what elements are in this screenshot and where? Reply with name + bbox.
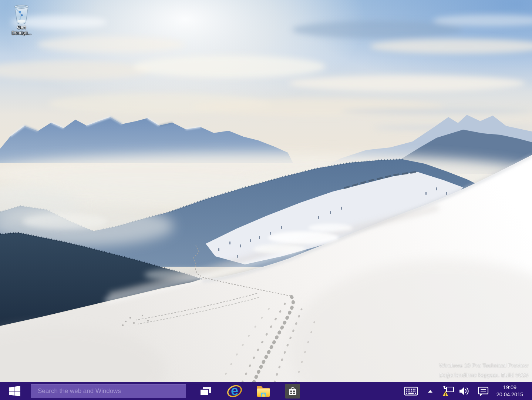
clock-date: 20.04.2015 xyxy=(496,391,523,398)
windows-store-icon xyxy=(287,386,298,396)
recycle-bin-label-line2: Dönüşü... xyxy=(11,30,31,36)
svg-text:e: e xyxy=(231,383,238,398)
touch-keyboard-button[interactable] xyxy=(403,382,420,400)
volume-button[interactable] xyxy=(457,382,471,400)
taskbar-clock[interactable]: 19:09 20.04.2015 xyxy=(493,382,527,400)
action-center-icon xyxy=(478,386,489,396)
build-watermark: Windows 10 Pro Technical Preview Değerle… xyxy=(439,361,528,380)
taskbar: e xyxy=(0,382,532,400)
task-view-button[interactable] xyxy=(197,382,215,400)
clock-time: 19:09 xyxy=(503,384,516,391)
recycle-bin-label-line1: Geri xyxy=(17,25,26,30)
windows-logo-icon xyxy=(9,386,20,397)
desktop: Geri Dönüşü... Windows 10 Pro Technical … xyxy=(0,0,532,400)
search-input[interactable] xyxy=(31,384,186,398)
recycle-bin-icon xyxy=(12,4,31,24)
show-hidden-icons-chevron xyxy=(428,390,433,393)
start-button[interactable] xyxy=(0,382,30,400)
store-tile xyxy=(285,384,300,399)
show-hidden-icons-button[interactable] xyxy=(425,382,436,400)
volume-icon xyxy=(459,386,469,396)
network-status-button[interactable] xyxy=(440,382,456,400)
touch-keyboard-icon xyxy=(404,387,418,396)
task-view-icon xyxy=(199,386,212,396)
network-warning-icon xyxy=(442,386,454,397)
windows-store-button[interactable] xyxy=(284,382,302,400)
file-explorer-icon xyxy=(256,385,271,397)
taskbar-search xyxy=(31,384,186,398)
watermark-line2: Değerlendirme kopyası. Build 9926 xyxy=(439,370,528,380)
desktop-icon-recycle-bin[interactable]: Geri Dönüşü... xyxy=(8,4,35,36)
internet-explorer-icon: e xyxy=(227,383,242,399)
file-explorer-button[interactable] xyxy=(255,382,272,400)
wallpaper-image xyxy=(0,0,532,382)
watermark-line1: Windows 10 Pro Technical Preview xyxy=(439,361,528,370)
action-center-button[interactable] xyxy=(475,382,491,400)
internet-explorer-button[interactable]: e xyxy=(226,382,243,400)
